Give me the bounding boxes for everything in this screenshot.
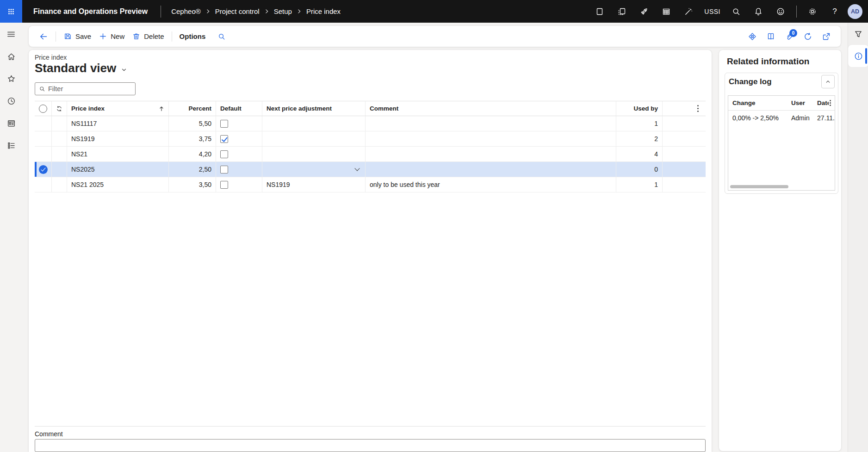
filter-input[interactable] <box>48 85 131 93</box>
horizontal-scrollbar-thumb[interactable] <box>730 185 788 188</box>
row-select-cell[interactable] <box>35 177 52 192</box>
table-row[interactable]: NS11117 5,50 1 <box>35 116 706 131</box>
personalize-button[interactable] <box>744 29 760 44</box>
breadcrumb-module[interactable]: Project control <box>215 7 260 15</box>
attachments-button[interactable]: 0 <box>781 29 797 44</box>
chevron-down-icon[interactable] <box>354 166 360 171</box>
comment-cell[interactable] <box>366 147 616 161</box>
column-header-percent[interactable]: Percent <box>169 101 216 116</box>
sidebar-item-workspaces[interactable] <box>3 116 19 130</box>
comment-cell[interactable] <box>366 131 616 146</box>
grid-filter-field[interactable] <box>35 82 136 95</box>
column-header-comment[interactable]: Comment <box>366 101 616 116</box>
search-button[interactable] <box>727 2 745 21</box>
actionbar-search-button[interactable] <box>214 29 229 44</box>
sidebar-item-favorites[interactable] <box>3 72 19 86</box>
row-select-cell[interactable] <box>35 147 52 161</box>
next-price-adjustment-cell[interactable] <box>262 131 366 146</box>
refresh-grid-button[interactable] <box>52 101 67 116</box>
delete-button[interactable]: Delete <box>128 29 167 43</box>
price-index-cell[interactable]: NS21 2025 <box>67 177 169 192</box>
user-avatar[interactable]: AD <box>848 4 862 19</box>
nav-expand-button[interactable] <box>3 27 19 41</box>
comment-cell[interactable] <box>366 116 616 131</box>
open-in-office-button[interactable] <box>763 29 779 44</box>
breadcrumb-page[interactable]: Price index <box>306 7 341 15</box>
next-price-adjustment-cell[interactable] <box>262 147 366 161</box>
open-in-new-window-button[interactable] <box>818 29 834 44</box>
default-checkbox[interactable] <box>220 135 228 143</box>
default-checkbox[interactable] <box>220 181 228 189</box>
app-launcher-button[interactable] <box>0 0 22 23</box>
percent-cell[interactable]: 2,50 <box>169 162 216 177</box>
table-options-icon[interactable] <box>830 100 831 101</box>
default-checkbox[interactable] <box>220 120 228 128</box>
topbar-divider <box>796 6 797 18</box>
sidebar-item-home[interactable] <box>3 50 19 63</box>
filter-pane-button[interactable] <box>848 25 868 43</box>
default-cell[interactable] <box>216 147 262 161</box>
next-price-adjustment-cell[interactable]: NS1919 <box>262 177 366 192</box>
magic-wand-button[interactable] <box>679 2 698 21</box>
default-cell[interactable] <box>216 131 262 146</box>
breadcrumb-company[interactable]: Cepheo® <box>171 7 201 15</box>
percent-cell[interactable]: 4,20 <box>169 147 216 161</box>
app-title[interactable]: Finance and Operations Preview <box>33 7 148 16</box>
default-checkbox[interactable] <box>220 150 228 158</box>
price-index-cell[interactable]: NS21 <box>67 147 169 161</box>
settings-button[interactable] <box>803 2 822 21</box>
detail-comment-input[interactable] <box>35 439 706 452</box>
multi-window-button[interactable] <box>613 2 631 21</box>
tab-related-information[interactable] <box>848 45 868 67</box>
view-selector[interactable]: Standard view <box>35 61 127 75</box>
percent-cell[interactable]: 3,75 <box>169 131 216 146</box>
column-header-price-index[interactable]: Price index <box>67 101 169 116</box>
feedback-button[interactable] <box>771 2 790 21</box>
next-price-adjustment-cell[interactable] <box>262 116 366 131</box>
notifications-button[interactable] <box>749 2 768 21</box>
column-header-default[interactable]: Default <box>216 101 262 116</box>
table-row[interactable]: NS21 4,20 4 <box>35 147 706 162</box>
column-header-next-price-adjustment[interactable]: Next price adjustment <box>262 101 366 116</box>
back-button[interactable] <box>35 29 52 44</box>
row-select-cell[interactable] <box>35 116 52 131</box>
default-cell[interactable] <box>216 177 262 192</box>
price-index-cell[interactable]: NS1919 <box>67 131 169 146</box>
column-header-used-by[interactable]: Used by <box>616 101 663 116</box>
change-log-row[interactable]: 0,00% -> 2,50% Admin 27.11.2 <box>728 111 835 125</box>
change-log-table: Change User Date 0,00% -> 2,50% Admin 27… <box>728 95 835 191</box>
sidebar-item-recent[interactable] <box>3 94 19 108</box>
performance-button[interactable] <box>635 2 653 21</box>
next-price-adjustment-cell[interactable] <box>262 162 366 177</box>
default-checkbox[interactable] <box>220 166 228 173</box>
default-cell[interactable] <box>216 162 262 177</box>
restore-window-button[interactable] <box>590 2 609 21</box>
default-cell[interactable] <box>216 116 262 131</box>
options-menu-button[interactable]: Options <box>176 30 210 43</box>
new-button[interactable]: New <box>95 29 128 43</box>
grid-options-icon[interactable] <box>697 105 699 106</box>
select-all-cell[interactable] <box>35 101 52 116</box>
column-header-date[interactable]: Date <box>817 99 829 106</box>
column-header-user[interactable]: User <box>791 99 817 106</box>
price-index-cell[interactable]: NS11117 <box>67 116 169 131</box>
collapse-section-button[interactable] <box>821 75 835 88</box>
row-select-cell[interactable] <box>35 162 52 177</box>
sidebar-item-modules[interactable] <box>3 138 19 152</box>
percent-cell[interactable]: 5,50 <box>169 116 216 131</box>
price-index-cell[interactable]: NS2025 <box>67 162 169 177</box>
column-header-change[interactable]: Change <box>732 99 791 106</box>
table-row[interactable]: NS2025 2,50 0 <box>35 162 706 177</box>
comment-cell[interactable]: only to be used this year <box>366 177 616 192</box>
save-button[interactable]: Save <box>60 29 95 43</box>
comment-cell[interactable] <box>366 162 616 177</box>
calculator-button[interactable] <box>657 2 676 21</box>
help-button[interactable]: ? <box>825 2 844 21</box>
table-row[interactable]: NS1919 3,75 2 <box>35 131 706 147</box>
refresh-button[interactable] <box>800 29 816 44</box>
column-label: Price index <box>71 105 105 112</box>
percent-cell[interactable]: 3,50 <box>169 177 216 192</box>
breadcrumb-area[interactable]: Setup <box>274 7 292 15</box>
table-row[interactable]: NS21 2025 3,50 NS1919 only to be used th… <box>35 177 706 192</box>
row-select-cell[interactable] <box>35 131 52 146</box>
